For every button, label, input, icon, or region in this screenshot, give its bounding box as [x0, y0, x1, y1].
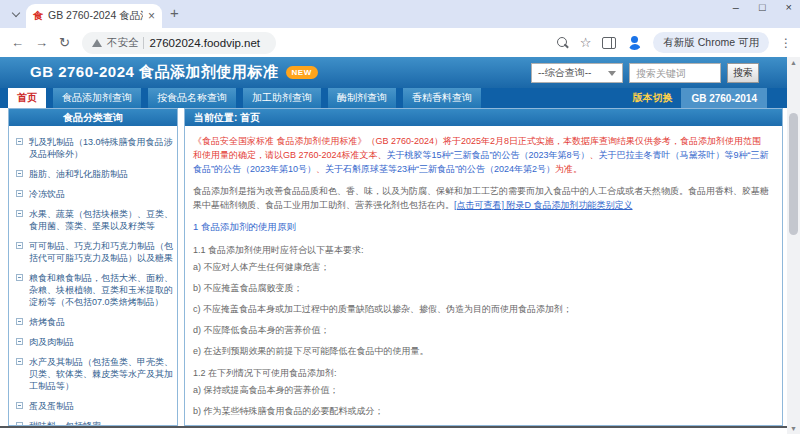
window-close-button[interactable]: ×	[786, 1, 792, 13]
expand-icon[interactable]	[16, 138, 23, 145]
category-label: 水果、蔬菜（包括块根类）、豆类、食用菌、藻类、坚果以及籽类等	[29, 209, 173, 231]
zoom-icon[interactable]	[557, 37, 569, 49]
new-tab-button[interactable]: +	[170, 4, 179, 21]
back-icon[interactable]: ←	[11, 35, 24, 50]
forward-icon[interactable]: →	[35, 35, 48, 50]
category-label: 粮食和粮食制品，包括大米、面粉、杂粮、块根植物、豆类和玉米提取的淀粉等（不包括0…	[29, 273, 173, 307]
expand-icon[interactable]	[16, 358, 23, 365]
announcement-link-1[interactable]: 关于桃胶等15种“三新食品”的公告（2023年第8号）	[387, 150, 590, 160]
rule-item: d) 不应降低食品本身的营养价值；	[193, 324, 770, 337]
rule-item: b) 不应掩盖食品腐败变质；	[193, 282, 770, 295]
sidebar-item-sweeteners[interactable]: 甜味料，包括蜂蜜	[16, 420, 173, 425]
tab-close-icon[interactable]: ×	[148, 9, 155, 23]
not-secure-warning-icon	[92, 39, 102, 47]
scroll-down-icon[interactable]: ▼	[787, 425, 800, 432]
main-nav: 首页 食品添加剂查询 按食品名称查询 加工助剂查询 酶制剂查询 香精香料查询 版…	[0, 88, 787, 108]
rule-item: c) 不应掩盖食品本身或加工过程中的质量缺陷或以掺杂、掺假、伪造为目的而使用食品…	[193, 303, 770, 316]
browser-tab[interactable]: 食 GB 2760-2024 食品添加剂使用 ×	[26, 4, 162, 28]
maximize-button[interactable]: □	[759, 1, 766, 13]
site-title: GB 2760-2024 食品添加剂使用标准 NEW	[30, 63, 318, 82]
sidebar-item-fruits-vegetables[interactable]: 水果、蔬菜（包括块根类）、豆类、食用菌、藻类、坚果以及籽类等	[16, 208, 173, 232]
search-button[interactable]: 搜索	[727, 63, 759, 83]
url-text: 27602024.foodvip.net	[149, 37, 260, 49]
chrome-update-chip[interactable]: 有新版 Chrome 可用	[653, 32, 769, 53]
sidebar-item-cocoa-candy[interactable]: 可可制品、巧克力和巧克力制品（包括代可可脂巧克力及制品）以及糖果	[16, 240, 173, 264]
minimize-button[interactable]: –	[733, 1, 739, 13]
version-switch-link[interactable]: 版本切换	[632, 91, 672, 105]
profile-avatar-icon[interactable]	[627, 35, 642, 50]
security-label: 不安全	[107, 36, 139, 50]
old-version-tab[interactable]: GB 2760-2014	[681, 88, 767, 108]
nav-tab-flavor-query[interactable]: 香精香料查询	[403, 88, 481, 108]
tab-search-button[interactable]	[8, 6, 24, 22]
sidebar-item-meat[interactable]: 肉及肉制品	[16, 336, 173, 348]
tab-title: GB 2760-2024 食品添加剂使用	[48, 9, 143, 23]
expand-icon[interactable]	[16, 210, 23, 217]
article-body: 《食品安全国家标准 食品添加剂使用标准》（GB 2760-2024）将于2025…	[185, 126, 782, 425]
browser-scrollbar[interactable]: ▲ ▼	[787, 57, 800, 434]
sidebar-item-aquatic[interactable]: 水产及其制品（包括鱼类、甲壳类、贝类、软体类、棘皮类等水产及其加工制品等）	[16, 356, 173, 392]
site-favicon-icon: 食	[33, 9, 43, 23]
tab-strip: 食 GB 2760-2024 食品添加剂使用 × + – □ ×	[0, 0, 800, 28]
rule-1-2-list: a) 保持或提高食品本身的营养价值； b) 作为某些特殊膳食用食品的必要配料或成…	[193, 384, 770, 425]
scroll-up-icon[interactable]: ▲	[787, 59, 800, 66]
expand-icon[interactable]	[16, 402, 23, 409]
expand-icon[interactable]	[16, 422, 23, 425]
category-label: 脂肪、油和乳化脂肪制品	[29, 169, 128, 179]
toolbar-right: ☆ 有新版 Chrome 可用 ⋮	[557, 32, 800, 53]
nav-tab-home[interactable]: 首页	[8, 88, 46, 108]
expand-icon[interactable]	[16, 242, 23, 249]
rule-item: b) 作为某些特殊膳食用食品的必要配料或成分；	[193, 405, 770, 418]
sidebar-item-eggs[interactable]: 蛋及蛋制品	[16, 400, 173, 412]
address-bar[interactable]: 不安全 27602024.foodvip.net	[82, 32, 276, 54]
side-panel-icon[interactable]	[602, 37, 616, 49]
reload-icon[interactable]: ↻	[59, 35, 70, 50]
category-label: 冷冻饮品	[29, 189, 65, 199]
search-input[interactable]	[629, 63, 721, 83]
implementation-notice: 《食品安全国家标准 食品添加剂使用标准》（GB 2760-2024）将于2025…	[193, 134, 770, 176]
menu-dots-icon[interactable]: ⋮	[780, 36, 792, 50]
sidebar-item-dairy[interactable]: 乳及乳制品（13.0特殊膳食用食品涉及品种除外）	[16, 136, 173, 160]
bookmark-star-icon[interactable]: ☆	[580, 35, 592, 50]
appendix-d-link[interactable]: [点击可查看] 附录D 食品添加剂功能类别定义	[454, 200, 633, 210]
header-search-controls: --综合查询-- 搜索	[531, 63, 759, 83]
expand-icon[interactable]	[16, 170, 23, 177]
search-category-select[interactable]: --综合查询--	[531, 63, 623, 83]
category-label: 甜味料，包括蜂蜜	[29, 421, 101, 425]
site-header: GB 2760-2024 食品添加剂使用标准 NEW --综合查询-- 搜索	[0, 57, 787, 88]
sidebar-item-fats[interactable]: 脂肪、油和乳化脂肪制品	[16, 168, 173, 180]
notice-text: 为准。	[555, 164, 582, 174]
rule-item: a) 保持或提高食品本身的营养价值；	[193, 384, 770, 397]
nav-tab-food-name-query[interactable]: 按食品名称查询	[148, 88, 236, 108]
category-sidebar: 食品分类查询 乳及乳制品（13.0特殊膳食用食品涉及品种除外） 脂肪、油和乳化脂…	[8, 108, 178, 426]
webpage: GB 2760-2024 食品添加剂使用标准 NEW --综合查询-- 搜索 首…	[0, 57, 787, 428]
category-label: 可可制品、巧克力和巧克力制品（包括代可可脂巧克力及制品）以及糖果	[29, 241, 173, 263]
notice-separator: 、	[590, 150, 599, 160]
nav-tab-additive-query[interactable]: 食品添加剂查询	[53, 88, 141, 108]
sidebar-item-grains[interactable]: 粮食和粮食制品，包括大米、面粉、杂粮、块根植物、豆类和玉米提取的淀粉等（不包括0…	[16, 272, 173, 308]
expand-icon[interactable]	[16, 190, 23, 197]
section-1-title: 1 食品添加剂的使用原则	[193, 220, 770, 234]
category-label: 乳及乳制品（13.0特殊膳食用食品涉及品种除外）	[29, 137, 173, 159]
sidebar-item-frozen-drinks[interactable]: 冷冻饮品	[16, 188, 173, 200]
expand-icon[interactable]	[16, 338, 23, 345]
rule-item: a) 不应对人体产生任何健康危害；	[193, 261, 770, 274]
category-label: 水产及其制品（包括鱼类、甲壳类、贝类、软体类、棘皮类等水产及其加工制品等）	[29, 357, 173, 391]
sidebar-item-baked-goods[interactable]: 焙烤食品	[16, 316, 173, 328]
additive-definition: 食品添加剂是指为改善食品品质和色、香、味，以及为防腐、保鲜和加工工艺的需要而加入…	[193, 184, 770, 212]
announcement-link-3[interactable]: 关于石斛原球茎等23种“三新食品”的公告（2024年第2号）	[325, 164, 555, 174]
category-list: 乳及乳制品（13.0特殊膳食用食品涉及品种除外） 脂肪、油和乳化脂肪制品 冷冻饮…	[9, 126, 177, 425]
rule-1-1-list: a) 不应对人体产生任何健康危害； b) 不应掩盖食品腐败变质； c) 不应掩盖…	[193, 261, 770, 358]
site-title-text: GB 2760-2024 食品添加剂使用标准	[30, 63, 279, 82]
main-panel: 当前位置: 首页 《食品安全国家标准 食品添加剂使用标准》（GB 2760-20…	[184, 108, 783, 426]
expand-icon[interactable]	[16, 274, 23, 281]
category-label: 焙烤食品	[29, 317, 65, 327]
nav-tab-enzyme-query[interactable]: 酶制剂查询	[328, 88, 396, 108]
expand-icon[interactable]	[16, 318, 23, 325]
scrollbar-thumb[interactable]	[789, 113, 798, 235]
nav-tab-processing-aid-query[interactable]: 加工助剂查询	[243, 88, 321, 108]
chevron-down-icon	[12, 8, 20, 16]
category-label: 蛋及蛋制品	[29, 401, 74, 411]
address-divider	[143, 37, 144, 49]
rule-item: e) 在达到预期效果的前提下尽可能降低在食品中的使用量。	[193, 345, 770, 358]
